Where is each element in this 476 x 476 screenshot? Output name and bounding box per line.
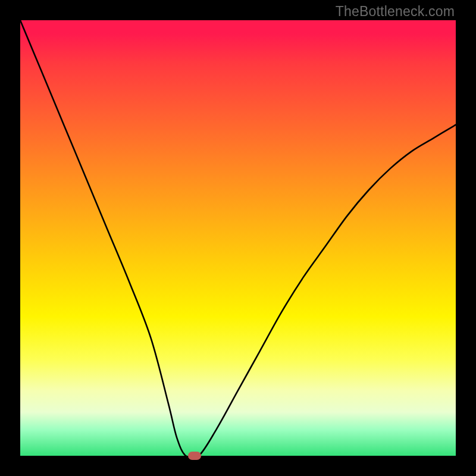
chart-frame: TheBottleneck.com (0, 0, 476, 476)
optimal-point-marker (188, 452, 201, 460)
bottleneck-curve (20, 20, 456, 456)
plot-area (20, 20, 456, 456)
watermark-text: TheBottleneck.com (336, 4, 455, 20)
